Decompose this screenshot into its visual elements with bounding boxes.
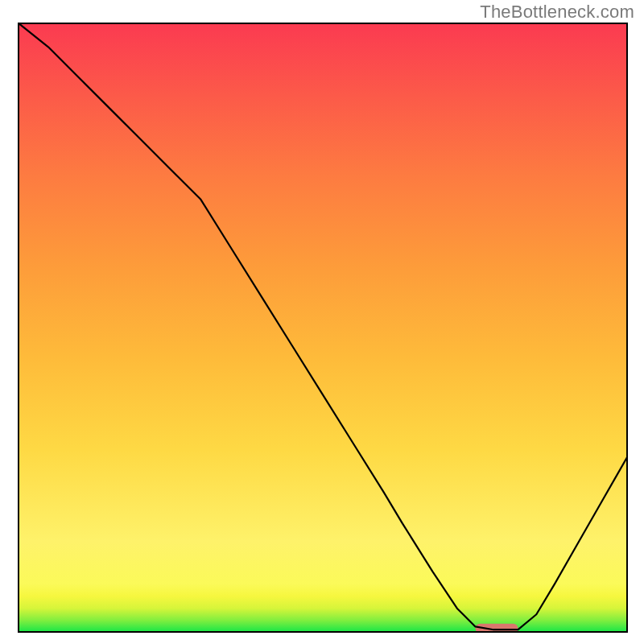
watermark-text: TheBottleneck.com [480, 2, 634, 23]
chart-svg [18, 23, 628, 633]
bottleneck-chart [18, 23, 628, 633]
chart-background [18, 23, 628, 633]
